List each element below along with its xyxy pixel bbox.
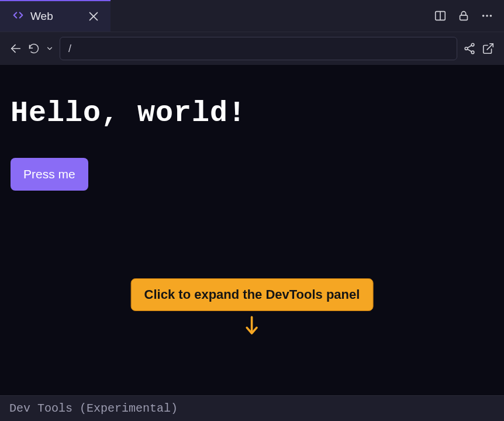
- tab-web[interactable]: Web: [0, 0, 111, 32]
- titlebar-spacer: [111, 0, 434, 32]
- back-button[interactable]: [9, 42, 22, 55]
- press-me-button[interactable]: Press me: [11, 158, 88, 191]
- page-content: Hello, world! Press me Click to expand t…: [0, 65, 504, 395]
- url-input[interactable]: [60, 37, 457, 60]
- devtools-label: Dev Tools (Experimental): [9, 402, 178, 415]
- svg-line-12: [468, 46, 472, 48]
- titlebar-actions: [434, 0, 504, 32]
- arrow-down-icon: [243, 316, 261, 337]
- svg-point-5: [482, 15, 485, 17]
- svg-point-10: [465, 47, 468, 50]
- tab-label: Web: [30, 10, 53, 23]
- more-icon[interactable]: [481, 9, 493, 22]
- titlebar: Web: [0, 0, 504, 32]
- browser-toolbar: [0, 32, 504, 65]
- reload-button[interactable]: [28, 43, 40, 54]
- svg-point-6: [486, 15, 488, 17]
- devtools-panel-collapsed[interactable]: Dev Tools (Experimental): [0, 395, 504, 421]
- svg-point-7: [490, 15, 492, 17]
- split-panel-icon[interactable]: [434, 9, 447, 22]
- svg-line-14: [487, 44, 493, 50]
- reload-dropdown-icon[interactable]: [46, 44, 54, 53]
- svg-point-11: [471, 51, 474, 54]
- devtools-hint: Click to expand the DevTools panel: [131, 278, 374, 337]
- svg-point-9: [471, 43, 474, 46]
- lock-icon[interactable]: [457, 9, 470, 22]
- share-icon[interactable]: [463, 42, 476, 55]
- svg-rect-4: [460, 15, 468, 20]
- page-heading: Hello, world!: [11, 96, 493, 130]
- close-icon[interactable]: [87, 10, 100, 23]
- tooltip-text: Click to expand the DevTools panel: [131, 278, 374, 311]
- open-external-icon[interactable]: [482, 42, 495, 55]
- svg-line-13: [468, 49, 472, 51]
- code-icon: [12, 9, 25, 24]
